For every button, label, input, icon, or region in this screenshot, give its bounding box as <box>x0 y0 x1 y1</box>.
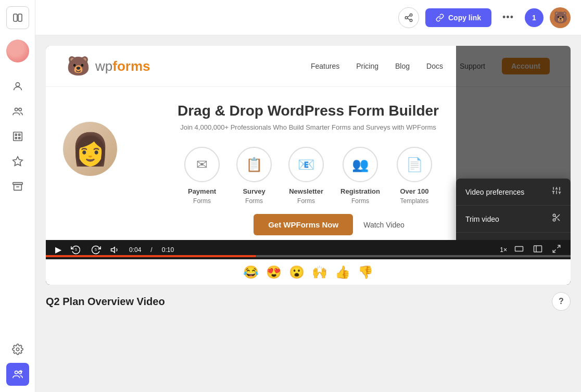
presenter-avatar: 👩 <box>61 120 119 178</box>
sidebar-item-people[interactable] <box>6 363 29 386</box>
payment-icon: ✉ <box>184 147 220 182</box>
sidebar-item-profile[interactable] <box>6 75 29 98</box>
reaction-laugh[interactable]: 😂 <box>243 265 259 280</box>
video-player[interactable]: 🐻 wpforms Features Pricing Blog Docs Sup… <box>46 46 571 285</box>
svg-point-33 <box>553 214 555 217</box>
video-progress-bar[interactable] <box>46 255 571 257</box>
reaction-love[interactable]: 😍 <box>266 265 282 280</box>
scissors-icon <box>552 213 561 225</box>
theater-mode-button[interactable] <box>512 243 526 256</box>
wpforms-hero: Drag & Drop WordPress Form Builder Join … <box>46 87 571 136</box>
page-title-row: Q2 Plan Overview Video ? <box>46 285 571 311</box>
wpforms-logo: 🐻 wpforms <box>67 55 150 77</box>
sidebar-item-building[interactable] <box>6 125 29 148</box>
reaction-thumbsdown[interactable]: 👎 <box>358 265 373 280</box>
user-menu-avatar[interactable]: 🐻 <box>550 7 571 28</box>
svg-point-20 <box>405 16 408 19</box>
registration-icon: 👥 <box>343 147 378 182</box>
svg-rect-42 <box>534 246 542 252</box>
form-type-payment: ✉ Payment Forms <box>184 147 220 205</box>
sidebar-item-archive[interactable] <box>6 175 29 198</box>
svg-rect-0 <box>14 14 17 21</box>
chapters-button[interactable] <box>531 243 545 256</box>
time-separator: / <box>150 246 152 254</box>
form-type-survey: 📋 Survey Forms <box>236 147 272 205</box>
nav-blog[interactable]: Blog <box>395 62 410 70</box>
notification-badge[interactable]: 1 <box>525 8 544 27</box>
payment-label-top: Payment <box>188 187 216 195</box>
rewind-button[interactable]: 5 <box>69 244 83 256</box>
svg-point-2 <box>16 83 19 86</box>
hero-title: Drag & Drop WordPress Form Builder <box>67 103 550 119</box>
reactions-row: 😂 😍 😮 🙌 👍 👎 <box>46 259 571 285</box>
context-trim-video[interactable]: Trim video <box>456 206 571 233</box>
speed-button[interactable]: 1× <box>500 246 507 254</box>
content-area: 🐻 wpforms Features Pricing Blog Docs Sup… <box>35 35 581 392</box>
wpforms-nav: 🐻 wpforms Features Pricing Blog Docs Sup… <box>46 46 571 87</box>
sliders-icon <box>552 186 561 198</box>
nav-docs[interactable]: Docs <box>426 62 443 70</box>
svg-marker-40 <box>111 247 115 252</box>
volume-button[interactable] <box>108 244 122 256</box>
copy-link-button[interactable]: Copy link <box>425 8 491 27</box>
trim-video-label: Trim video <box>465 215 499 223</box>
reaction-wow[interactable]: 😮 <box>289 265 305 280</box>
svg-line-37 <box>555 216 557 218</box>
share-button[interactable] <box>398 7 419 28</box>
sidebar-toggle-btn[interactable] <box>6 6 29 29</box>
svg-line-45 <box>553 250 555 252</box>
page-title: Q2 Plan Overview Video <box>46 296 165 308</box>
play-button[interactable]: ▶ <box>53 244 64 256</box>
more-options-button[interactable]: ••• <box>498 7 519 28</box>
svg-marker-10 <box>12 157 22 166</box>
nav-account[interactable]: Account <box>502 58 550 74</box>
templates-label-bottom: Templates <box>400 197 429 205</box>
user-avatar[interactable] <box>6 40 29 62</box>
svg-line-44 <box>558 245 560 248</box>
current-time: 0:04 <box>129 246 141 254</box>
registration-label-top: Registration <box>340 187 380 195</box>
fullscreen-button[interactable] <box>550 243 563 256</box>
survey-label-top: Survey <box>243 187 265 195</box>
reaction-thumbsup[interactable]: 👍 <box>335 265 350 280</box>
topbar: Copy link ••• 1 🐻 <box>35 0 581 35</box>
svg-point-3 <box>15 108 18 111</box>
reaction-clap[interactable]: 🙌 <box>312 265 327 280</box>
payment-label-bottom: Forms <box>193 197 211 205</box>
survey-label-bottom: Forms <box>245 197 263 205</box>
templates-label-top: Over 100 <box>400 187 428 195</box>
svg-point-34 <box>553 219 555 221</box>
wpforms-logo-text: wpforms <box>95 58 150 74</box>
newsletter-label-top: Newsletter <box>289 187 323 195</box>
sidebar-item-team[interactable] <box>6 100 29 123</box>
svg-point-15 <box>15 371 18 374</box>
sidebar-bottom <box>6 338 29 386</box>
sidebar-item-settings[interactable] <box>6 338 29 361</box>
copy-link-label: Copy link <box>448 14 481 22</box>
forward-button[interactable]: 5 <box>89 244 103 256</box>
nav-support[interactable]: Support <box>460 62 485 70</box>
help-button[interactable]: ? <box>552 292 571 311</box>
svg-rect-8 <box>15 137 17 139</box>
context-video-preferences[interactable]: Video preferences <box>456 179 571 206</box>
video-screen: 🐻 wpforms Features Pricing Blog Docs Sup… <box>46 46 571 240</box>
svg-line-36 <box>558 219 560 221</box>
nav-features[interactable]: Features <box>311 62 339 70</box>
sidebar <box>0 0 35 392</box>
svg-rect-5 <box>13 132 22 141</box>
watch-video-link[interactable]: Watch Video <box>363 221 405 229</box>
form-type-registration: 👥 Registration Forms <box>340 147 380 205</box>
sidebar-item-favorites[interactable] <box>6 150 29 173</box>
cta-button[interactable]: Get WPForms Now <box>254 214 353 235</box>
registration-label-bottom: Forms <box>351 197 369 205</box>
video-preferences-label: Video preferences <box>465 188 524 196</box>
templates-icon: 📄 <box>397 147 432 182</box>
context-cta[interactable]: Call-to-Action <box>456 233 571 240</box>
survey-icon: 📋 <box>236 147 272 182</box>
nav-pricing[interactable]: Pricing <box>356 62 378 70</box>
total-time: 0:10 <box>162 246 174 254</box>
hero-subtitle: Join 4,000,000+ Professionals Who Build … <box>67 123 550 131</box>
svg-rect-41 <box>515 247 523 251</box>
svg-point-4 <box>18 108 21 111</box>
svg-point-19 <box>410 14 412 16</box>
